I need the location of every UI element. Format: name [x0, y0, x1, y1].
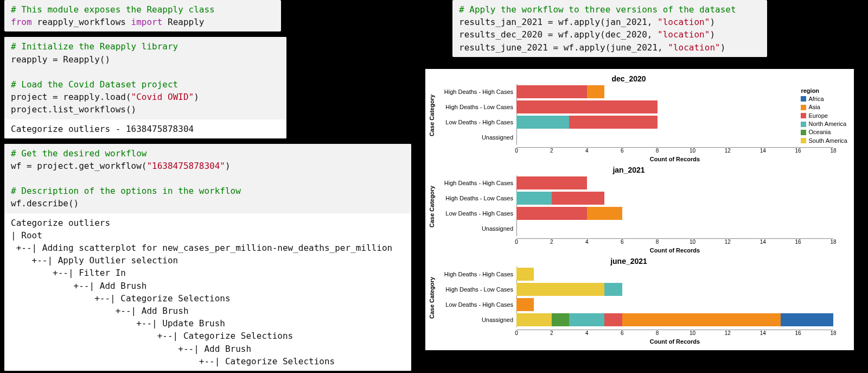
bar [516, 116, 833, 129]
category-label: High Deaths - Low Cases [438, 195, 516, 201]
code-cell-3: # Get the desired workflow wf = project.… [4, 144, 411, 371]
bar [516, 222, 833, 235]
bar-row: Unassigned [516, 312, 833, 327]
x-tick: 0 [515, 148, 518, 154]
bar-segment-south-america [516, 313, 552, 326]
y-axis-label: Case Category [429, 176, 436, 236]
category-label: Unassigned [438, 134, 516, 141]
code-line: results_june_2021 = wf.apply(june_2021, [459, 42, 668, 53]
left-column: # This module exposes the Reapply class … [4, 0, 417, 373]
x-tick: 12 [725, 239, 731, 245]
x-tick: 8 [656, 239, 659, 245]
code-line: ) [710, 29, 715, 40]
code-input-2: # Initialize the Reapply library reapply… [4, 37, 286, 119]
chart-dec_2020: dec_2020Case CategoryHigh Deaths - High … [430, 74, 850, 161]
code-cell-4: # Apply the workflow to three versions o… [452, 0, 767, 57]
code-line: project.list_workflows() [11, 104, 136, 115]
bar-row: High Deaths - Low Cases [516, 191, 833, 206]
x-tick: 16 [795, 239, 801, 245]
x-tick: 6 [621, 330, 624, 336]
code-line: project = reapply.load( [11, 92, 131, 102]
x-axis: 024681012141618 [516, 238, 833, 246]
comment: # Description of the options in the work… [11, 186, 241, 196]
category-label: Low Deaths - High Cases [438, 301, 516, 308]
legend-label: South America [808, 137, 847, 145]
legend: regionAfricaAsiaEuropeNorth AmericaOcean… [801, 87, 847, 145]
y-axis-label: Case Category [429, 85, 436, 145]
bar [516, 207, 833, 220]
x-tick: 12 [725, 330, 731, 336]
legend-swatch [801, 113, 806, 118]
code-output-3: Categorize outliers | Root +--| Adding s… [4, 213, 411, 371]
bar-segment-asia [516, 298, 534, 311]
code-cell-1: # This module exposes the Reapply class … [4, 0, 281, 31]
code-cell-2: # Initialize the Reapply library reapply… [4, 37, 286, 138]
bar-segment-europe [516, 100, 658, 113]
plot-area: High Deaths - High CasesHigh Deaths - Lo… [516, 84, 833, 145]
x-tick: 0 [515, 239, 518, 245]
legend-item-north-america: North America [801, 120, 847, 128]
bar-segment-south-america [516, 283, 604, 296]
comment: # Load the Covid Dataset project [11, 79, 178, 90]
string-literal: "location" [668, 42, 720, 53]
x-tick: 10 [690, 239, 695, 245]
bar-segment-asia [587, 85, 604, 98]
string-literal: "Covid OWID" [131, 92, 194, 102]
legend-swatch [801, 96, 806, 102]
x-tick: 14 [760, 148, 766, 154]
legend-label: Europe [808, 112, 827, 120]
x-tick: 16 [795, 148, 801, 154]
bar-segment-europe [552, 192, 604, 205]
x-tick: 16 [795, 330, 801, 336]
legend-label: Oceania [808, 128, 831, 136]
bar-segment-europe [516, 207, 587, 220]
x-tick: 6 [621, 148, 624, 154]
bar [516, 268, 833, 281]
code-line: results_jan_2021 = wf.apply(jan_2021, [459, 17, 658, 27]
keyword-import: import [131, 17, 163, 27]
x-tick: 4 [585, 239, 589, 245]
code-input-3: # Get the desired workflow wf = project.… [4, 144, 411, 213]
bar-row: High Deaths - Low Cases [516, 282, 833, 297]
bar-segment-europe [569, 116, 657, 129]
code-input-1: # This module exposes the Reapply class … [4, 0, 281, 31]
chart-title: jan_2021 [430, 166, 828, 174]
chart-title: dec_2020 [430, 74, 828, 83]
bar [516, 85, 833, 98]
bar-segment-europe [516, 85, 587, 98]
comment: # Get the desired workflow [11, 148, 146, 159]
bar [516, 176, 833, 189]
code-line: ) [225, 161, 231, 171]
bar-row: High Deaths - High Cases [516, 175, 833, 191]
code-line: wf.describe() [11, 198, 79, 208]
bar-segment-south-america [516, 268, 534, 281]
bar [516, 313, 833, 326]
legend-item-africa: Africa [801, 95, 847, 103]
string-literal: "1638475878304" [146, 161, 225, 171]
plot-area: High Deaths - High CasesHigh Deaths - Lo… [516, 267, 833, 327]
x-tick: 4 [585, 148, 589, 154]
category-label: Low Deaths - High Cases [438, 119, 516, 125]
bar [516, 283, 833, 296]
category-label: High Deaths - Low Cases [438, 286, 516, 293]
bar-segment-oceania [552, 313, 569, 326]
bar-row: Low Deaths - High Cases [516, 297, 833, 312]
bar-segment-europe [516, 176, 587, 189]
legend-swatch [801, 138, 806, 143]
legend-label: Africa [808, 95, 824, 103]
x-axis-label: Count of Records [516, 247, 833, 254]
bar-segment-asia [622, 313, 781, 326]
x-tick: 2 [550, 330, 553, 336]
bar [516, 192, 833, 205]
chart-title: june_2021 [430, 257, 828, 265]
string-literal: "location" [658, 17, 710, 27]
x-axis: 024681012141618 [516, 147, 833, 155]
bar [516, 298, 833, 311]
x-axis-label: Count of Records [516, 338, 833, 345]
bar-segment-asia [587, 207, 622, 220]
category-label: Unassigned [438, 317, 516, 323]
code-input-4: # Apply the workflow to three versions o… [452, 0, 767, 57]
category-label: High Deaths - High Cases [438, 88, 516, 95]
plot-area: High Deaths - High CasesHigh Deaths - Lo… [516, 175, 833, 236]
bar-row: High Deaths - High Cases [516, 267, 833, 282]
